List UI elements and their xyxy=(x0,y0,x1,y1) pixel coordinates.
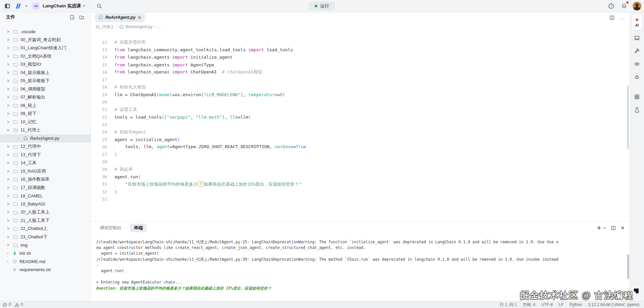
code-line-28[interactable]: 28 xyxy=(91,158,630,166)
chevron-right-icon[interactable] xyxy=(5,186,11,189)
code-line-30[interactable]: 30agent.run( xyxy=(91,173,630,180)
code-line-21[interactable]: 21# 设置工具 xyxy=(91,106,630,113)
code-line-22[interactable]: 22tools = load_tools(["serpapi", "llm-ma… xyxy=(91,113,630,121)
tree-folder-04_提示模板上[interactable]: 04_提示模板上 xyxy=(0,69,91,77)
code-line-26[interactable]: 26 tools, llm, agent=AgentType.ZERO_SHOT… xyxy=(91,143,630,150)
tree-file-init.sh[interactable]: $init.sh xyxy=(0,249,91,258)
code-line-23[interactable]: 23 xyxy=(91,121,630,128)
code-line-20[interactable]: 20 xyxy=(91,98,630,106)
close-panel-icon[interactable]: ✕ xyxy=(621,225,625,231)
tree-folder-13_代理下[interactable]: 13_代理下 xyxy=(0,151,91,159)
wrench-icon[interactable] xyxy=(632,46,642,56)
tree-folder-10_记忆[interactable]: 10_记忆 xyxy=(0,118,91,126)
problems-indicator[interactable]: 00 xyxy=(0,302,25,307)
tree-folder-09_链下[interactable]: 09_链下 xyxy=(0,110,91,118)
code-line-17[interactable]: 17 xyxy=(91,76,630,83)
tab-reactagent-py[interactable]: ReActAgent.py ✕ xyxy=(95,13,145,22)
tree-folder-.vscode[interactable]: .vscode xyxy=(0,27,91,36)
screen-icon[interactable] xyxy=(632,33,642,43)
code-line-32[interactable]: 32) xyxy=(91,188,630,195)
tree-folder-11_代理上[interactable]: 11_代理上 xyxy=(0,126,91,134)
tree-folder-15_RAG应用[interactable]: 15_RAG应用 xyxy=(0,167,91,176)
chevron-right-icon[interactable] xyxy=(5,202,11,206)
tree-folder-14_工具[interactable]: 14_工具 xyxy=(0,159,91,167)
tree-folder-08_链上[interactable]: 08_链上 xyxy=(0,102,91,110)
flask-icon[interactable] xyxy=(632,105,642,115)
code-line-19[interactable]: 19llm = ChatOpenAI(model=os.environ["LLM… xyxy=(91,91,630,98)
breadcrumb-item[interactable]: ... xyxy=(158,24,161,29)
code-line-31[interactable]: 31 "目前市场上玫瑰花的平均价格是多少？如果我在此基础上加价15%卖出，应该如… xyxy=(91,181,630,188)
chevron-right-icon[interactable] xyxy=(5,112,11,115)
run-button[interactable]: 运行 xyxy=(309,2,335,10)
tree-folder-20_人脉工具上[interactable]: 20_人脉工具上 xyxy=(0,208,91,217)
breadcrumb-item[interactable]: 11_代理上 xyxy=(96,24,114,30)
code-line-14[interactable]: 14from langchain.agents import initializ… xyxy=(91,54,630,61)
chevron-right-icon[interactable] xyxy=(5,46,11,50)
tree-folder-01_LangChain快速入门[interactable]: 01_LangChain快速入门 xyxy=(0,44,91,52)
code-line-18[interactable]: 18# 初始化大模型 xyxy=(91,83,630,91)
chevron-right-icon[interactable] xyxy=(5,227,11,230)
tree-folder-12_代理中[interactable]: 12_代理中 xyxy=(0,142,91,151)
chevron-right-icon[interactable] xyxy=(5,194,11,197)
chevron-right-icon[interactable] xyxy=(5,63,11,66)
tree-folder-06_调用模型[interactable]: 06_调用模型 xyxy=(0,85,91,94)
breadcrumb-item[interactable]: ReActAgent.py xyxy=(119,24,152,29)
tree-folder-00_开篇词_奇点时刻[interactable]: 00_开篇词_奇点时刻 xyxy=(0,36,91,44)
chevron-right-icon[interactable] xyxy=(5,30,11,33)
marscode-logo-menu[interactable] xyxy=(14,2,22,10)
chevron-right-icon[interactable] xyxy=(5,153,11,157)
ai-assistant-button[interactable]: AI xyxy=(632,14,642,30)
code-line-13[interactable]: 13from langchain_community.agent_toolkit… xyxy=(91,46,630,53)
chevron-right-icon[interactable] xyxy=(5,120,11,124)
status-item[interactable]: 行 1, 列 1 xyxy=(500,302,517,308)
tree-file-ReActAgent.py[interactable]: ReActAgent.py xyxy=(0,134,91,143)
more-actions-icon[interactable]: … xyxy=(620,16,625,18)
chevron-down-icon[interactable]: ▾ xyxy=(25,4,27,8)
new-file-icon[interactable] xyxy=(69,14,75,20)
chevron-right-icon[interactable] xyxy=(5,96,11,99)
tree-folder-18_CAMEL[interactable]: 18_CAMEL xyxy=(0,192,91,200)
tree-folder-22_Chatbot上[interactable]: 22_Chatbot上 xyxy=(0,225,91,233)
terminal-dropdown-icon[interactable] xyxy=(603,226,606,230)
chevron-right-icon[interactable] xyxy=(5,145,11,148)
tree-folder-23_Chatbot下[interactable]: 23_Chatbot下 xyxy=(0,233,91,241)
chevron-right-icon[interactable] xyxy=(5,170,11,173)
new-terminal-icon[interactable] xyxy=(597,226,601,230)
eye-icon[interactable] xyxy=(632,59,642,69)
code-line-24[interactable]: 24# 初始化Agent xyxy=(91,128,630,136)
status-item[interactable]: UTF-8 xyxy=(541,302,553,307)
tree-folder-17_回调函数[interactable]: 17_回调函数 xyxy=(0,184,91,192)
chevron-right-icon[interactable] xyxy=(5,71,11,74)
chevron-right-icon[interactable] xyxy=(5,87,11,91)
close-tab-icon[interactable]: ✕ xyxy=(138,15,142,20)
tab-terminal[interactable]: 终端 xyxy=(130,224,147,232)
chevron-right-icon[interactable] xyxy=(5,235,11,239)
chevron-right-icon[interactable] xyxy=(5,243,11,247)
code-line-27[interactable]: 27) xyxy=(91,150,630,158)
status-item[interactable]: 3.12.2 64-bit ('shims': pyenv) xyxy=(588,302,639,307)
chevron-right-icon[interactable] xyxy=(5,104,11,107)
help-button[interactable]: ? xyxy=(607,2,615,10)
tab-debug-console[interactable]: 调试控制台 xyxy=(96,224,125,232)
global-search-button[interactable] xyxy=(95,2,103,10)
project-switcher[interactable]: </> LangChain 实战课 ▾ xyxy=(32,2,85,10)
chevron-right-icon[interactable] xyxy=(5,38,11,42)
tree-folder-16_操作数据库[interactable]: 16_操作数据库 xyxy=(0,175,91,184)
grid-icon[interactable] xyxy=(632,92,642,102)
code-line-16[interactable]: 16from langchain_openai import ChatOpenA… xyxy=(91,68,630,76)
tree-file-README.md[interactable]: ?README.md xyxy=(0,257,91,266)
code-line-25[interactable]: 25agent = initialize_agent( xyxy=(91,136,630,143)
tree-file-requirements.txt[interactable]: requirements.txt xyxy=(0,266,91,274)
chevron-right-icon[interactable] xyxy=(5,210,11,214)
split-panel-icon[interactable] xyxy=(611,226,616,231)
tree-folder-07_解析输出[interactable]: 07_解析输出 xyxy=(0,93,91,102)
split-editor-icon[interactable] xyxy=(609,15,614,20)
code-line-33[interactable]: 33 xyxy=(91,195,630,203)
bug-icon[interactable] xyxy=(632,72,642,82)
code-line-15[interactable]: 15from langchain.agents import AgentType xyxy=(91,61,630,68)
user-avatar[interactable] xyxy=(633,2,641,10)
tree-folder-21_人脉工具下[interactable]: 21_人脉工具下 xyxy=(0,217,91,225)
tree-folder-05_提示模板下[interactable]: 05_提示模板下 xyxy=(0,77,91,85)
notifications-button[interactable] xyxy=(620,2,628,10)
chevron-right-icon[interactable] xyxy=(5,79,11,82)
